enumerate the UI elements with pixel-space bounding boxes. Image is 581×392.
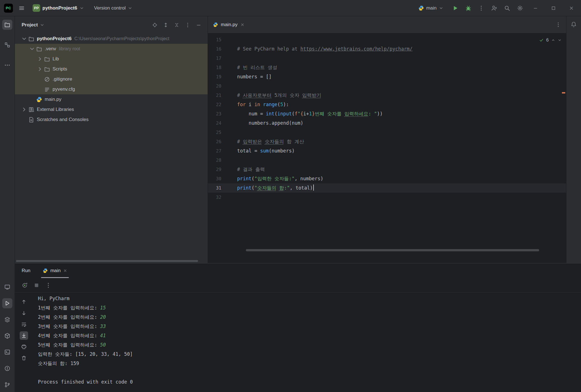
code-line-32[interactable]: 32 [208, 193, 566, 202]
chevron-right-icon[interactable] [37, 66, 43, 72]
minimize-button[interactable] [530, 3, 541, 13]
code-line-16[interactable]: 16# See PyCharm help at https://www.jetb… [208, 44, 566, 54]
collapse-all-icon[interactable] [174, 22, 180, 28]
rerun-button[interactable] [22, 282, 28, 288]
code-line-25[interactable]: 25 [208, 128, 566, 137]
version-control-menu[interactable]: Version control [92, 4, 135, 13]
console-stdout: 숫자들의 합: 159 [38, 361, 79, 366]
console-stdout: Hi, PyCharm [38, 296, 70, 301]
tree-item-lib[interactable]: Lib [15, 54, 208, 64]
code-with-me-icon[interactable] [491, 5, 497, 11]
code-token [276, 185, 279, 191]
tree-item-pythonproject6[interactable]: pythonProject6C:\Users\seona\PycharmProj… [15, 34, 208, 44]
main-menu-icon[interactable] [19, 5, 25, 11]
run-config-name: main [426, 5, 437, 11]
code-line-19[interactable]: 19numbers = [] [208, 72, 566, 81]
code-token: ( [251, 185, 254, 191]
next-problem-icon[interactable] [558, 38, 562, 42]
run-tool-button[interactable] [2, 298, 12, 308]
line-number: 19 [208, 72, 233, 81]
expand-icon[interactable] [163, 22, 169, 28]
editor-tab-main-py[interactable]: main.py [208, 16, 249, 33]
tree-item-main-py[interactable]: main.py [15, 94, 208, 104]
code-line-17[interactable]: 17 [208, 54, 566, 63]
soft-wrap-button[interactable] [20, 320, 28, 329]
stop-button[interactable] [33, 282, 40, 288]
tree-item-scratches-and-consoles[interactable]: Scratches and Consoles [15, 115, 208, 125]
code-editor[interactable]: 1516# See PyCharm help at https://www.je… [208, 33, 566, 263]
scroll-to-end-button[interactable] [20, 331, 28, 340]
code-line-22[interactable]: 22for i in range(5): [208, 100, 566, 109]
settings-icon[interactable] [517, 5, 523, 11]
print-button[interactable] [20, 343, 28, 351]
tree-item-external-libraries[interactable]: External Libraries [15, 104, 208, 115]
code-token: 사용자로부터 [243, 92, 271, 98]
hide-icon[interactable] [196, 22, 201, 28]
code-line-30[interactable]: 30print("입력한 숫자들:", numbers) [208, 174, 566, 183]
prev-occurrence-button[interactable] [20, 298, 28, 306]
structure-tool-button[interactable] [2, 40, 12, 50]
code-line-21[interactable]: 21# 사용자로부터 5개의 숫자 입력받기 [208, 91, 566, 100]
tree-item-pyvenv-cfg[interactable]: pyvenv.cfg [15, 84, 208, 94]
search-everywhere-icon[interactable] [504, 5, 510, 11]
code-line-29[interactable]: 29# 결과 출력 [208, 165, 566, 174]
chevron-down-icon[interactable] [21, 36, 27, 42]
close-window-button[interactable] [566, 3, 577, 13]
project-horizontal-scrollbar[interactable] [16, 260, 198, 262]
options-button[interactable] [45, 282, 51, 288]
code-line-26[interactable]: 26# 입력받은 숫자들의 합 계산 [208, 137, 566, 146]
code-line-20[interactable]: 20 [208, 81, 566, 91]
run-config-selector[interactable]: main [416, 4, 446, 13]
run-button[interactable] [452, 5, 459, 11]
notifications-icon[interactable] [571, 21, 577, 28]
code-token: "입력한 숫자들:" [254, 176, 294, 181]
line-number: 18 [208, 63, 233, 72]
code-token: 입력받기 [302, 92, 321, 98]
run-toolbar [15, 278, 581, 293]
clear-all-button[interactable] [20, 354, 28, 362]
inspections-widget[interactable]: 6 [539, 38, 562, 43]
run-tab-main[interactable]: main [39, 263, 71, 278]
project-view-selector[interactable]: Project [22, 22, 44, 28]
code-line-28[interactable]: 28 [208, 156, 566, 165]
locate-opened-file-icon[interactable] [152, 22, 158, 28]
code-line-27[interactable]: 27total = sum(numbers) [208, 146, 566, 156]
code-line-15[interactable]: 15 [208, 35, 566, 44]
close-tab-icon[interactable] [240, 23, 244, 27]
console-output[interactable]: Hi, PyCharm1번째 숫자를 입력하세요: 152번째 숫자를 입력하세… [33, 293, 581, 392]
editor-horizontal-scrollbar[interactable] [246, 249, 539, 251]
project-selector[interactable]: PP pythonProject6 [30, 3, 86, 13]
console-line-6: 5번째 숫자를 입력하세요: 50 [38, 340, 581, 350]
close-run-tab-icon[interactable] [63, 269, 67, 273]
next-occurrence-button[interactable] [20, 309, 28, 317]
code-line-31[interactable]: 31print("숫자들의 합:", total) [208, 183, 566, 193]
chevron-right-icon[interactable] [21, 106, 27, 113]
code-token [262, 139, 265, 144]
code-line-18[interactable]: 18# 빈 리스트 생성 [208, 63, 566, 72]
more-actions-icon[interactable] [478, 5, 484, 11]
previous-problem-icon[interactable] [551, 38, 555, 42]
more-tools-tool-button[interactable] [2, 60, 12, 70]
maximize-button[interactable] [548, 3, 559, 13]
tree-item-scripts[interactable]: Scripts [15, 64, 208, 74]
terminal-tool-button[interactable] [2, 347, 12, 357]
titlebar-right: main [416, 3, 581, 13]
tree-item--venv[interactable]: .venvlibrary root [15, 44, 208, 54]
python-packages-tool-button[interactable] [2, 331, 12, 341]
left-toolbar-top [0, 20, 15, 70]
project-tool-button[interactable] [2, 20, 12, 30]
error-stripe-mark[interactable] [562, 92, 565, 94]
problems-tool-button[interactable] [2, 363, 12, 373]
python-console-tool-button[interactable] [2, 282, 12, 292]
services-tool-button[interactable] [2, 314, 12, 325]
tree-item--gitignore[interactable]: .gitignore [15, 74, 208, 84]
version-control-tool-button[interactable] [2, 380, 12, 390]
chevron-right-icon[interactable] [37, 56, 43, 62]
debug-button[interactable] [465, 5, 471, 11]
code-line-23[interactable]: 23 num = int(input(f"{i+1}번째 숫자를 입력하세요: … [208, 109, 566, 118]
code-token [260, 102, 263, 107]
chevron-down-icon[interactable] [29, 46, 35, 52]
editor-tab-options-icon[interactable] [555, 22, 561, 28]
options-icon[interactable] [185, 22, 190, 28]
code-line-24[interactable]: 24 numbers.append(num) [208, 118, 566, 128]
